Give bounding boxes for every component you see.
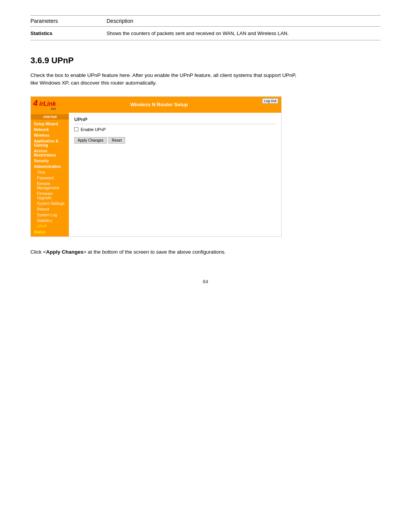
col-parameters: Parameters bbox=[30, 16, 107, 27]
sidebar-item-firmware-upgrade[interactable]: Firmware Upgrade bbox=[31, 191, 69, 201]
router-model: AR675W bbox=[31, 114, 69, 120]
sidebar-item-system-log[interactable]: System Log bbox=[31, 212, 69, 218]
page-number: 84 bbox=[30, 279, 381, 284]
router-main-content: UPnP Enable UPnP Apply Changes Reset bbox=[69, 113, 281, 236]
closing-text: Click <Apply Changes> at the bottom of t… bbox=[30, 248, 304, 256]
router-ui-container: 4 irLink 101 Wireless N Router Setup Log… bbox=[30, 96, 282, 237]
router-body: AR675W Setup WizardNetworkWirelessApplic… bbox=[31, 113, 281, 236]
sidebar-item-reboot[interactable]: Reboot bbox=[31, 206, 69, 212]
section-heading: 3.6.9 UPnP bbox=[30, 56, 381, 66]
router-sidebar: AR675W Setup WizardNetworkWirelessApplic… bbox=[31, 113, 69, 236]
router-logo: 4 irLink 101 bbox=[33, 98, 56, 111]
upnp-checkbox-row: Enable UPnP bbox=[74, 127, 276, 132]
reset-button[interactable]: Reset bbox=[108, 137, 125, 144]
sidebar-item-wireless[interactable]: Wireless bbox=[31, 133, 69, 138]
sidebar-item-system-settings[interactable]: System Settings bbox=[31, 201, 69, 206]
table-row: StatisticsShows the counters of packets … bbox=[30, 27, 381, 40]
intro-text: Check the box to enable UPnP feature her… bbox=[30, 72, 304, 87]
col-description: Description bbox=[107, 16, 381, 27]
sidebar-item-access-restrictions[interactable]: Access Restrictions bbox=[31, 148, 69, 158]
router-main-title: UPnP bbox=[74, 117, 276, 124]
router-action-buttons: Apply Changes Reset bbox=[74, 137, 276, 144]
sidebar-item-setup-wizard[interactable]: Setup Wizard bbox=[31, 121, 69, 127]
logo-4: 4 bbox=[33, 98, 38, 108]
router-title: Wireless N Router Setup bbox=[56, 102, 262, 107]
sidebar-item-upnp[interactable]: UPnP bbox=[31, 224, 69, 229]
router-header: 4 irLink 101 Wireless N Router Setup Log… bbox=[31, 97, 281, 113]
param-name: Statistics bbox=[30, 27, 107, 40]
logo-101: 101 bbox=[51, 107, 56, 110]
logout-button[interactable]: Log Out bbox=[262, 98, 278, 104]
sidebar-item-status[interactable]: Status bbox=[31, 229, 69, 235]
sidebar-item-application-&-gaming[interactable]: Application & Gaming bbox=[31, 138, 69, 148]
sidebar-item-administration[interactable]: Administration bbox=[31, 164, 69, 169]
apply-changes-button[interactable]: Apply Changes bbox=[74, 137, 107, 144]
sidebar-item-security[interactable]: Security bbox=[31, 158, 69, 164]
enable-upnp-label: Enable UPnP bbox=[81, 127, 106, 132]
param-table: Parameters Description StatisticsShows t… bbox=[30, 15, 381, 40]
param-description: Shows the counters of packets sent and r… bbox=[107, 27, 381, 40]
sidebar-item-time[interactable]: Time bbox=[31, 169, 69, 175]
enable-upnp-checkbox[interactable] bbox=[74, 127, 78, 131]
sidebar-item-statistics[interactable]: Statistics bbox=[31, 218, 69, 224]
sidebar-item-remote-management[interactable]: Remote Management bbox=[31, 181, 69, 191]
apply-changes-emphasis: Apply Changes bbox=[46, 249, 83, 255]
sidebar-item-network[interactable]: Network bbox=[31, 127, 69, 133]
logo-airlink: irLink bbox=[39, 101, 56, 107]
sidebar-item-password[interactable]: Password bbox=[31, 175, 69, 181]
